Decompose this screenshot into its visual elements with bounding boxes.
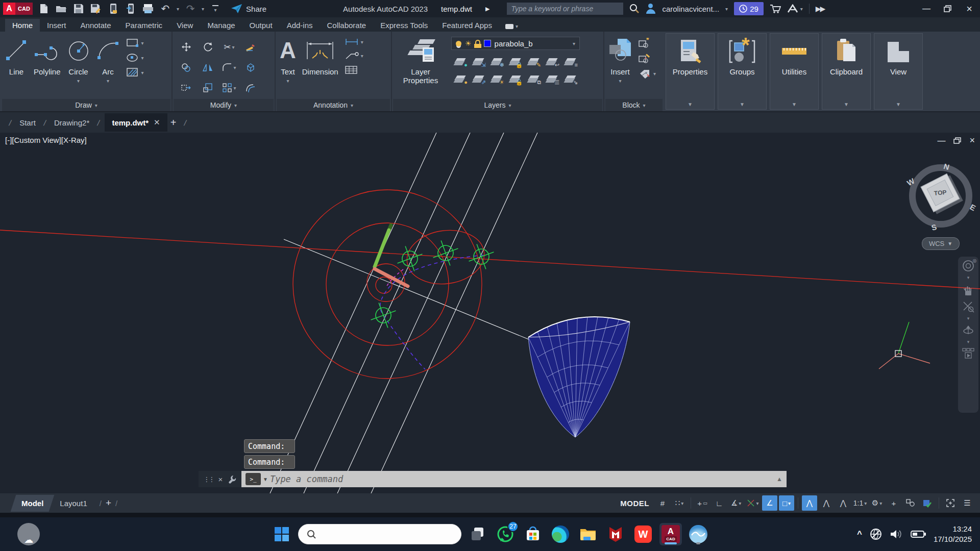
rotate-button[interactable] (203, 42, 213, 52)
annotation-visibility-toggle[interactable]: ⋀ (802, 495, 817, 511)
ellipse-button[interactable]: ▾ (126, 53, 144, 62)
trial-counter-badge[interactable]: 29 (734, 2, 764, 15)
layer-copy-icon[interactable]: ⧉ (528, 74, 540, 84)
open-file-icon[interactable] (55, 3, 67, 15)
tab-home[interactable]: Home (5, 19, 40, 32)
app-menu-button[interactable]: A CAD (3, 3, 33, 15)
annotation-scale-icon[interactable]: ⋀ (836, 495, 851, 511)
hatch-dropdown-icon[interactable]: ▾ (141, 70, 144, 76)
osnap-tracking-toggle[interactable]: ∠ (762, 495, 777, 511)
network-globe-icon[interactable] (870, 528, 882, 540)
layers-panel-label[interactable]: Layers▾ (393, 99, 602, 111)
dynamic-input-toggle[interactable]: +▭ (695, 495, 710, 511)
command-terminal-icon[interactable]: >_ (246, 473, 261, 485)
user-dropdown-icon[interactable]: ▾ (725, 6, 728, 12)
snap-toggle[interactable]: ∷▾ (672, 495, 687, 511)
layer-unlock-all-icon[interactable]: 🔓 (509, 74, 522, 84)
file-tab-start[interactable]: Start (16, 114, 39, 131)
groups-expand-icon[interactable]: ▼ (740, 102, 745, 107)
modify-panel-label[interactable]: Modify▾ (174, 99, 274, 111)
erase-button[interactable] (245, 42, 256, 52)
save-icon[interactable] (72, 3, 85, 15)
autocad-taskbar-button[interactable]: ACAD (659, 523, 682, 545)
qat-customize-icon[interactable]: ▾ (209, 3, 222, 15)
plot-icon[interactable] (142, 3, 154, 15)
utilities-expand-icon[interactable]: ▼ (792, 102, 797, 107)
customize-wrench-icon[interactable] (228, 474, 237, 484)
red-circles[interactable] (293, 190, 487, 379)
layout1-tab[interactable]: Layout1 (52, 495, 95, 512)
insert-block-button[interactable]: Insert ▾ (605, 36, 635, 84)
polyline-button[interactable]: Polyline (31, 36, 64, 76)
vp-close-icon[interactable]: × (969, 135, 975, 146)
panel-view[interactable]: View ▼ (874, 33, 923, 110)
file-tab-tempdwt[interactable]: temp.dwt*✕ (105, 113, 167, 132)
arc-dropdown-icon[interactable]: ▾ (107, 78, 109, 84)
command-close-icon[interactable]: × (218, 475, 223, 484)
start-button[interactable] (271, 523, 293, 545)
recent-commands-icon[interactable]: ▼ (263, 477, 268, 482)
annotation-monitor[interactable]: + (886, 495, 901, 511)
user-name[interactable]: carolinacvicent... (662, 5, 719, 13)
properties-expand-icon[interactable]: ▼ (688, 102, 693, 107)
workspace-switching[interactable]: ⚙▾ (869, 495, 885, 511)
annotation-panel-label[interactable]: Annotation▾ (277, 99, 390, 111)
wps-office-button[interactable]: W (632, 523, 654, 545)
isodraft-toggle[interactable]: ▾ (745, 495, 761, 511)
drawing-canvas[interactable]: [-][Custom View][X-Ray] — × N W E S TOP … (0, 133, 980, 493)
graphics-performance[interactable] (920, 495, 935, 511)
tab-view[interactable]: View (169, 19, 200, 32)
command-expand-icon[interactable]: ▲ (776, 475, 782, 483)
xline-red[interactable] (0, 230, 980, 289)
fillet-dropdown-icon[interactable]: ▾ (233, 65, 236, 70)
layer-color-swatch[interactable] (484, 40, 491, 47)
model-tab[interactable]: Model (11, 495, 55, 512)
layer-prev-icon[interactable]: ↩ (546, 57, 558, 66)
layer-dropdown[interactable]: ☀ parabola_b ▾ (451, 37, 580, 50)
tab-parametric[interactable]: Parametric (118, 19, 170, 32)
autodesk-menu[interactable]: ▾ (787, 4, 803, 13)
scale-button[interactable] (203, 83, 213, 93)
layer-properties-button[interactable]: Layer Properties (393, 36, 448, 85)
ortho-toggle[interactable]: ∟ (712, 495, 727, 511)
leader-dropdown-icon[interactable]: ▾ (361, 53, 363, 59)
taskbar-search[interactable] (298, 524, 461, 544)
text-dropdown-icon[interactable]: ▾ (286, 78, 289, 84)
trim-dropdown-icon[interactable]: ▾ (232, 44, 235, 50)
task-view-button[interactable] (467, 523, 489, 545)
vp-minimize-icon[interactable]: — (937, 136, 945, 145)
layer-isolate-icon[interactable]: ● (454, 57, 467, 66)
panel-properties[interactable]: Properties ▼ (666, 33, 715, 110)
drag-dots-icon[interactable]: ⋮⋮ (203, 475, 213, 483)
solid-paraboloid[interactable] (528, 317, 630, 437)
text-button[interactable]: A Text ▾ (277, 36, 299, 84)
redo-dropdown-icon[interactable]: ▾ (202, 6, 204, 12)
circle-button[interactable]: Circle ▾ (64, 36, 93, 84)
osnap-toggle[interactable]: □▾ (779, 495, 794, 511)
geogebra-button[interactable] (687, 523, 709, 545)
search-icon[interactable] (629, 4, 640, 14)
array-dropdown-icon[interactable]: ▾ (233, 85, 236, 91)
ellipse-dropdown-icon[interactable]: ▾ (141, 55, 144, 61)
block-panel-label[interactable]: Block▾ (605, 99, 663, 111)
ms-store-button[interactable] (522, 523, 544, 545)
layer-thaw-all-icon[interactable]: ⇗ (473, 74, 485, 84)
restore-button[interactable] (939, 2, 957, 16)
weather-widget[interactable]: ☁ (17, 523, 40, 545)
clean-screen[interactable] (943, 495, 958, 511)
new-drawing-button[interactable]: + (170, 117, 177, 129)
layer-thaw-icon[interactable]: ☀ (465, 39, 472, 47)
layer-walk-icon[interactable]: ☰ (546, 74, 558, 84)
layer-on-all-icon[interactable]: ● (454, 74, 467, 84)
stretch-button[interactable] (181, 83, 192, 92)
close-button[interactable]: × (961, 2, 978, 16)
array-button[interactable]: ▾ (222, 83, 236, 93)
trim-button[interactable]: ✂▾ (224, 42, 234, 53)
redo-icon[interactable]: ↷ (184, 3, 197, 15)
tray-chevron-icon[interactable]: ^ (857, 529, 862, 539)
fillet-button[interactable]: ▾ (222, 63, 236, 72)
orbit-icon[interactable] (962, 324, 974, 336)
file-tab-drawing2[interactable]: Drawing2* (51, 114, 92, 131)
attributes-button[interactable]: ▾ (638, 68, 656, 79)
circle-dropdown-icon[interactable]: ▾ (77, 78, 80, 84)
